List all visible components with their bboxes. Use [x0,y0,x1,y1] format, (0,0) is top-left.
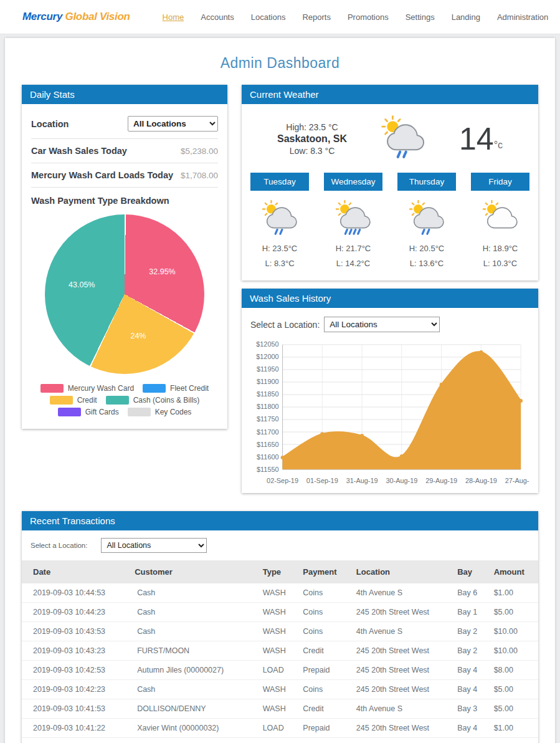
table-cell: Coins [298,621,351,641]
table-cell: Credit [298,737,351,743]
svg-text:30-Aug-19: 30-Aug-19 [386,477,417,484]
nav-item-administration[interactable]: Administration [497,12,548,22]
table-row: 2019-09-03 10:41:53DOLLISON/DENNYWASHCre… [22,699,538,718]
nav-item-promotions[interactable]: Promotions [348,12,389,22]
nav-item-locations[interactable]: Locations [251,12,286,22]
nav-item-home[interactable]: Home [163,12,184,22]
nav-item-reports[interactable]: Reports [302,12,331,22]
table-cell: $10.00 [489,621,538,641]
legend-item: Mercury Wash Card [40,384,134,393]
forecast-day-button-wednesday[interactable]: Wednesday [324,173,382,191]
table-cell: Bay 4 [452,679,488,699]
legend-swatch [40,384,64,393]
brand-logo[interactable]: Mercury Global Vision [22,11,130,23]
table-cell: Credit [298,641,351,660]
table-cell: LOAD [258,718,298,737]
table-cell: $5.00 [489,679,538,699]
legend-swatch [128,408,151,416]
table-cell: 2019-09-03 10:44:53 [22,583,130,603]
stat-label: Mercury Wash Card Loads Today [31,170,173,180]
table-cell: 245 20th Street West [351,602,452,621]
page-title: Admin Dashboard [5,38,555,85]
weather-header: Current Weather [242,85,538,104]
table-cell: Coins [298,583,351,603]
table-cell: 2019-09-03 10:43:53 [22,621,130,641]
pie-slice-label: 43.05% [69,280,95,289]
svg-text:$11800: $11800 [257,403,279,410]
forecast-day-button-friday[interactable]: Friday [471,173,529,191]
stat-value: $1,708.00 [181,171,218,180]
table-cell: 4th Avenue S [351,621,452,641]
table-cell: 2019-09-03 10:42:53 [22,660,130,679]
weather-summary: High: 23.5 °C Saskatoon, SK Low: 8.3 °C [277,122,347,156]
forecast-high: H: 21.7°C [324,244,382,253]
stat-row: Car Wash Sales Today$5,238.00 [31,139,218,163]
nav-item-settings[interactable]: Settings [406,12,435,22]
top-navigation-bar: Mercury Global Vision HomeAccountsLocati… [0,0,560,34]
svg-text:$12050: $12050 [256,340,278,348]
table-cell: 2019-09-03 10:43:23 [22,641,130,660]
legend-label: Gift Cards [85,408,119,416]
nav-item-landing[interactable]: Landing [452,12,480,22]
transactions-location-select[interactable]: All Locations [101,538,207,553]
wash-sales-location-select[interactable]: All Locations [324,317,440,332]
nav-item-accounts[interactable]: Accounts [201,12,234,22]
legend-item: Gift Cards [58,408,119,416]
table-row: 2019-09-03 10:44:53CashWASHCoins4th Aven… [22,583,538,603]
table-cell: 2019-09-03 10:41:53 [22,699,130,718]
forecast-day-button-thursday[interactable]: Thursday [397,173,456,191]
table-cell: Coins [298,679,351,699]
legend-item: Cash (Coins & Bills) [106,396,200,405]
table-cell: Prepaid [298,718,351,737]
brand-part-2: Global Vision [65,11,130,22]
transactions-header: Recent Transactions [22,511,538,530]
current-temp-unit: °c [494,140,503,155]
transactions-table: DateCustomerTypePaymentLocationBayAmount… [22,560,538,743]
table-cell: WASH [258,602,298,621]
svg-text:27-Aug-19: 27-Aug-19 [505,477,529,484]
legend-swatch [143,384,166,393]
table-cell: 2019-09-03 10:40:52 [22,737,130,743]
current-temperature: 14 °c [459,123,503,155]
table-cell: WASH [258,621,298,641]
pie-graphic [45,214,204,374]
sun-cloud-rain-light-icon [250,198,309,238]
table-row: 2019-09-03 10:43:53CashWASHCoins4th Aven… [22,621,538,641]
svg-text:02-Sep-19: 02-Sep-19 [267,477,298,484]
wash-sales-select-label: Select a Location: [250,320,320,330]
table-cell: 2019-09-03 10:41:22 [22,718,130,737]
table-cell: Bay 5 [452,737,488,743]
pie-slice-label: 32.95% [149,267,175,276]
table-cell: $1.00 [489,583,538,603]
forecast-high: H: 20.5°C [397,244,456,253]
table-cell: $5.00 [489,737,538,743]
legend-label: Fleet Credit [170,384,209,393]
daily-stats-location-select[interactable]: All Locations [128,116,218,132]
svg-text:$11650: $11650 [257,441,279,448]
table-row: 2019-09-03 10:40:52DOE/JOHNWASHCredit4th… [22,737,538,743]
main-content: Admin Dashboard Daily Stats Location All… [5,38,555,743]
table-cell: 245 20th Street West [351,641,452,660]
table-cell: Bay 4 [452,718,488,737]
table-cell: WASH [258,737,298,743]
stat-label: Car Wash Sales Today [31,146,127,156]
table-cell: WASH [258,679,298,699]
table-cell: Cash [130,583,258,603]
forecast-high: H: 18.9°C [471,244,529,253]
current-temp-value: 14 [459,123,494,155]
table-cell: 245 20th Street West [351,718,452,737]
table-cell: LOAD [258,660,298,679]
table-cell: $5.00 [489,699,538,718]
table-cell: Bay 2 [452,641,488,660]
legend-label: Key Codes [155,408,192,416]
weather-low: Low: 8.3 °C [277,146,347,156]
svg-text:$11900: $11900 [257,378,279,385]
table-cell: $8.00 [489,660,538,679]
stat-row: Mercury Wash Card Loads Today$1,708.00 [31,163,218,188]
legend-item: Credit [50,396,97,405]
forecast-day-button-tuesday[interactable]: Tuesday [250,173,309,191]
forecast-low: L: 10.3°C [471,259,529,268]
table-cell: Bay 6 [452,583,488,603]
table-cell: DOLLISON/DENNY [130,699,258,718]
svg-text:$11950: $11950 [257,365,279,373]
